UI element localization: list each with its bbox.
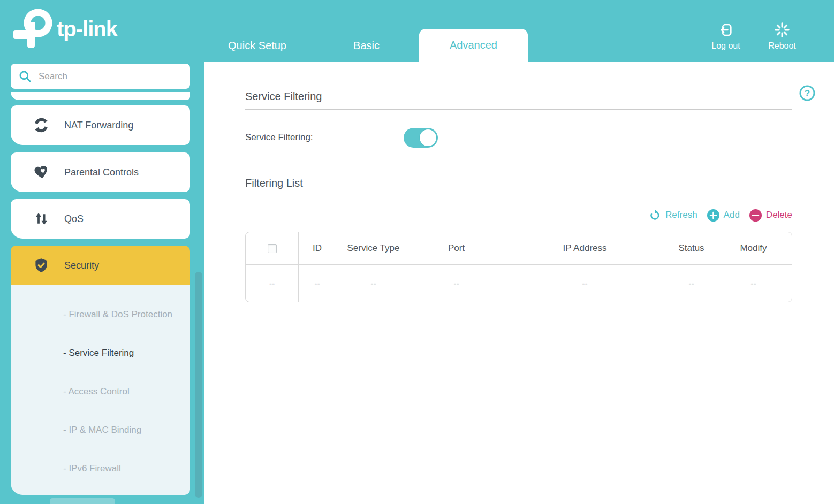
delete-icon bbox=[749, 209, 762, 222]
add-button[interactable]: Add bbox=[707, 209, 740, 222]
tab-quick-setup[interactable]: Quick Setup bbox=[213, 36, 301, 55]
section-title-service-filtering: Service Filtering bbox=[245, 90, 322, 103]
filtering-list-actions: Refresh Add Delete bbox=[245, 208, 792, 223]
table-header-id: ID bbox=[298, 232, 336, 264]
submenu-item-ip-mac-binding[interactable]: - IP & MAC Binding bbox=[11, 411, 190, 449]
sidebar-scrollbar-thumb[interactable] bbox=[195, 272, 202, 498]
security-shield-icon bbox=[33, 257, 49, 273]
qos-icon bbox=[33, 211, 49, 227]
table-header-status: Status bbox=[668, 232, 715, 264]
refresh-button[interactable]: Refresh bbox=[649, 209, 697, 222]
delete-label: Delete bbox=[766, 210, 792, 220]
sidebar-item-parental-controls[interactable]: Parental Controls bbox=[11, 152, 190, 192]
table-cell-ip-address: -- bbox=[502, 265, 668, 302]
submenu-item-firewall-dos[interactable]: - Firewall & DoS Protection bbox=[11, 295, 190, 334]
table-cell-modify: -- bbox=[715, 265, 792, 302]
delete-button[interactable]: Delete bbox=[749, 209, 792, 222]
section-divider bbox=[245, 109, 792, 110]
service-filtering-toggle-label: Service Filtering: bbox=[245, 132, 313, 143]
refresh-icon bbox=[649, 209, 661, 222]
table-cell-checkbox: -- bbox=[246, 265, 298, 302]
tab-advanced[interactable]: Advanced bbox=[419, 29, 528, 62]
submenu-item-access-control[interactable]: - Access Control bbox=[11, 372, 190, 411]
table-header-ip-address: IP Address bbox=[502, 232, 668, 264]
sidebar-next-item-peek bbox=[50, 498, 115, 504]
sidebar-item-label: QoS bbox=[64, 213, 84, 225]
nat-forwarding-icon bbox=[33, 117, 49, 133]
toggle-knob bbox=[420, 129, 436, 146]
refresh-label: Refresh bbox=[665, 210, 697, 220]
tab-basic[interactable]: Basic bbox=[341, 36, 392, 55]
table-cell-id: -- bbox=[298, 265, 336, 302]
parental-controls-icon bbox=[33, 164, 49, 180]
add-icon bbox=[707, 209, 719, 222]
table-cell-service-type: -- bbox=[336, 265, 411, 302]
sidebar-item-security[interactable]: Security bbox=[11, 246, 190, 285]
tab-advanced-label: Advanced bbox=[450, 39, 497, 51]
filtering-list-table: ID Service Type Port IP Address Status M… bbox=[245, 232, 792, 302]
reboot-label: Reboot bbox=[768, 41, 796, 51]
reboot-icon bbox=[775, 22, 790, 37]
table-header-service-type: Service Type bbox=[336, 232, 411, 264]
reboot-button[interactable]: Reboot bbox=[763, 22, 801, 51]
sidebar-item-qos[interactable]: QoS bbox=[11, 199, 190, 239]
tp-link-logo-icon bbox=[10, 6, 55, 52]
sidebar-item-nat-forwarding[interactable]: NAT Forwarding bbox=[11, 105, 190, 145]
svg-text:?: ? bbox=[805, 88, 810, 98]
table-header-port: Port bbox=[411, 232, 502, 264]
logo-text: tp-link bbox=[57, 17, 117, 41]
security-submenu: - Firewall & DoS Protection - Service Fi… bbox=[11, 285, 190, 495]
table-row: -- -- -- -- -- -- -- bbox=[246, 265, 792, 302]
table-header-row: ID Service Type Port IP Address Status M… bbox=[246, 232, 792, 265]
table-cell-status: -- bbox=[668, 265, 715, 302]
submenu-item-ipv6-firewall[interactable]: - IPv6 Firewall bbox=[11, 449, 190, 488]
router-admin-page: tp-link Quick Setup Basic Advanced Log o… bbox=[0, 0, 834, 504]
table-header-checkbox-cell bbox=[246, 232, 298, 264]
search-icon bbox=[18, 70, 32, 83]
add-label: Add bbox=[724, 210, 740, 220]
table-header-modify: Modify bbox=[715, 232, 792, 264]
app-header: tp-link Quick Setup Basic Advanced Log o… bbox=[0, 0, 834, 62]
sidebar-item-label: Security bbox=[64, 260, 99, 271]
table-cell-port: -- bbox=[411, 265, 502, 302]
sidebar-item-partial bbox=[11, 92, 190, 100]
section-title-filtering-list: Filtering List bbox=[245, 177, 303, 189]
submenu-item-service-filtering[interactable]: - Service Filtering bbox=[11, 334, 190, 372]
section-divider bbox=[245, 197, 792, 197]
logout-icon bbox=[718, 22, 733, 37]
service-filtering-toggle[interactable] bbox=[404, 128, 438, 148]
logout-button[interactable]: Log out bbox=[707, 22, 745, 51]
search-input[interactable] bbox=[39, 71, 172, 82]
logout-label: Log out bbox=[711, 41, 740, 51]
sidebar-search[interactable] bbox=[11, 64, 190, 89]
tp-link-logo: tp-link bbox=[10, 2, 117, 56]
sidebar-item-label: Parental Controls bbox=[64, 167, 139, 178]
help-button[interactable]: ? bbox=[799, 85, 816, 102]
help-icon: ? bbox=[799, 85, 816, 102]
select-all-checkbox[interactable] bbox=[268, 244, 277, 253]
sidebar-item-label: NAT Forwarding bbox=[64, 120, 133, 131]
